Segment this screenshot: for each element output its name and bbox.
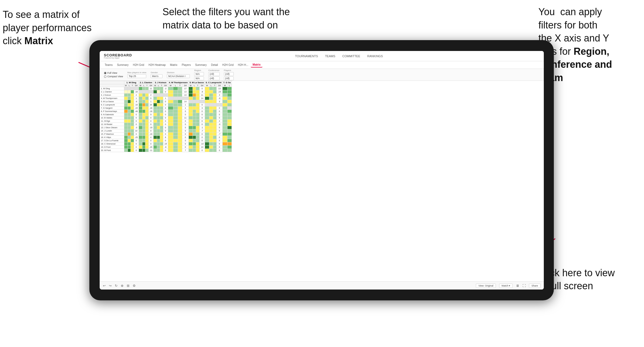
annotation-topleft: To see a matrix of player performances c…: [3, 8, 97, 48]
matrix-area[interactable]: 1. W Ding 2. L Clanton 3. J Koivun 4. M …: [100, 81, 544, 281]
undo-icon[interactable]: ↩: [103, 284, 106, 288]
zoom-icon[interactable]: ⊕: [121, 284, 123, 288]
matrix-cell: 0: [134, 116, 139, 120]
sub-nav-matrix2[interactable]: Matrix: [251, 62, 262, 68]
matrix-cell: [139, 90, 142, 94]
matrix-cell: [131, 146, 134, 149]
matrix-cell: 0: [134, 149, 139, 152]
nav-tournaments[interactable]: TOURNAMENTS: [294, 54, 319, 58]
matrix-cell: [142, 100, 145, 103]
table-row: 19. D Ford0-20-80130: [100, 146, 232, 149]
matrix-cell: [160, 129, 163, 133]
matrix-cell: 0: [163, 133, 168, 136]
fullscreen-icon[interactable]: ⛶: [522, 284, 526, 288]
matrix-cell: [193, 133, 196, 136]
matrix-cell: [160, 97, 163, 100]
sub-nav-summary2[interactable]: Summary: [193, 63, 209, 67]
table-row: 16. K Vilips-2548000: [100, 136, 232, 139]
matrix-cell: [160, 123, 163, 126]
matrix-cell: [145, 103, 148, 107]
matrix-cell: [178, 136, 182, 139]
filter-region-select1[interactable]: N/A: [194, 72, 204, 76]
full-view-radio[interactable]: Full View: [104, 72, 123, 74]
grid-icon[interactable]: ⊞: [127, 284, 129, 288]
filter-max-players-select[interactable]: Top 25: [127, 74, 146, 78]
matrix-cell: [188, 142, 193, 146]
sub-nav-h2h-heatmap[interactable]: H2H Heatmap: [147, 63, 167, 67]
matrix-cell: [196, 103, 200, 107]
matrix-cell: [173, 103, 178, 107]
matrix-cell: [196, 107, 200, 110]
filter-conference-select2[interactable]: (All): [208, 76, 219, 80]
matrix-cell: 10: [134, 129, 139, 133]
matrix-table: 1. W Ding 2. L Clanton 3. J Koivun 4. M …: [100, 81, 232, 152]
view-original-button[interactable]: View: Original: [476, 284, 496, 288]
row-label: 6. C Lamprecht: [100, 103, 124, 107]
sub-nav-h2hh[interactable]: H2H H...: [236, 63, 250, 67]
matrix-cell: [160, 87, 163, 90]
table-row: 14. J Lundin10000-70: [100, 129, 232, 133]
matrix-cell: [209, 107, 213, 110]
matrix-cell: [153, 123, 157, 126]
matrix-cell: [145, 94, 148, 97]
matrix-cell: [131, 110, 134, 113]
filter-gender-select[interactable]: Men's: [151, 74, 162, 78]
matrix-cell: [173, 87, 178, 90]
table-row: 20. M Ford0-110700: [100, 149, 232, 152]
matrix-cell: [139, 97, 142, 100]
sub-nav-teams[interactable]: Teams: [103, 63, 115, 67]
sub-nav-detail[interactable]: Detail: [209, 63, 220, 67]
matrix-cell: -16: [134, 103, 139, 107]
row-label: 3. J Koivun: [100, 94, 124, 97]
sub-nav-h2h-grid[interactable]: H2H Grid: [131, 63, 146, 67]
redo-icon[interactable]: ↪: [109, 284, 112, 288]
filter-players-select2[interactable]: (All): [224, 76, 234, 80]
monitor-icon[interactable]: 🖥: [516, 284, 519, 288]
filter-region-select2[interactable]: N/A: [194, 76, 204, 80]
matrix-cell: [227, 139, 232, 142]
matrix-cell: [209, 103, 213, 107]
matrix-cell: 0: [163, 113, 168, 116]
watch-button[interactable]: Watch ▾: [499, 284, 513, 288]
matrix-cell: [209, 110, 213, 113]
sub-nav-players[interactable]: Players: [180, 63, 193, 67]
matrix-cell: [139, 87, 142, 90]
matrix-cell: [131, 97, 134, 100]
matrix-cell: [209, 113, 213, 116]
matrix-cell: [157, 146, 160, 149]
nav-teams[interactable]: TEAMS: [324, 54, 336, 58]
sub-nav-h2h-grid2[interactable]: H2H Grid: [220, 63, 236, 67]
matrix-cell: [222, 107, 227, 110]
matrix-cell: 0: [199, 123, 205, 126]
matrix-cell: [193, 139, 196, 142]
sub-nav-matrix[interactable]: Matrix: [168, 63, 179, 67]
matrix-cell: [124, 146, 128, 149]
compact-view-radio[interactable]: Compact View: [104, 75, 123, 78]
nav-committee[interactable]: COMMITTEE: [341, 54, 361, 58]
matrix-cell: [196, 146, 200, 149]
filter-gender: Gender Men's: [151, 71, 162, 78]
matrix-cell: [205, 97, 209, 100]
matrix-cell: [222, 123, 227, 126]
matrix-cell: [196, 97, 200, 100]
matrix-cell: 0: [182, 126, 189, 129]
matrix-cell: [193, 87, 196, 90]
filter-players-select1[interactable]: (All): [224, 72, 234, 76]
matrix-cell: [205, 113, 209, 116]
share-button[interactable]: Share: [529, 284, 540, 288]
row-label: 10. B Valdes: [100, 116, 124, 120]
matrix-cell: [145, 136, 148, 139]
matrix-cell: [213, 149, 217, 152]
matrix-cell: [168, 149, 173, 152]
filter-conference-select1[interactable]: (All): [208, 72, 219, 76]
matrix-cell: 3: [199, 107, 205, 110]
matrix-cell: [128, 107, 131, 110]
matrix-cell: 13: [182, 94, 189, 97]
settings-icon[interactable]: ⚙: [133, 284, 136, 288]
nav-rankings[interactable]: RANKINGS: [366, 54, 384, 58]
matrix-cell: 0: [148, 142, 153, 146]
filter-division-select[interactable]: NCAA Division I: [167, 74, 190, 78]
matrix-cell: [124, 103, 128, 107]
refresh-icon[interactable]: ↻: [115, 284, 118, 288]
sub-nav-summary[interactable]: Summary: [115, 63, 131, 67]
